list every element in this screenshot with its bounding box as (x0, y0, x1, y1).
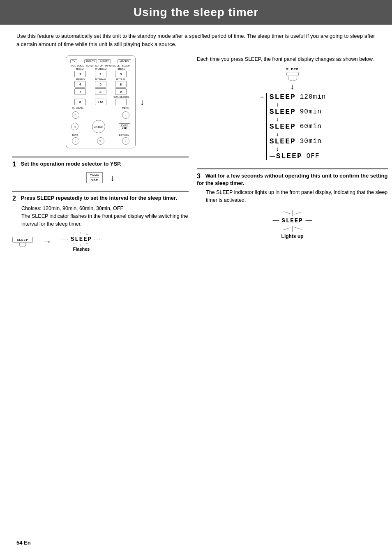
ray-tl: ╲ (283, 210, 290, 217)
sleep-sequence-box: → SLEEP 120min ↓ SLEEP 90min (259, 93, 326, 160)
inputmode-label: INPUTMODE (105, 65, 120, 67)
step1-number: 1 (12, 161, 16, 168)
flashes-text-row: ···· SLEEP ···· (62, 236, 101, 242)
sleep-indicator-diagram: ╲ | ╱ — SLEEP — ╱ | ╲ (197, 210, 388, 239)
mybeam-label: MY BEAM (95, 78, 106, 81)
seq-item-off: SLEEP OFF (276, 152, 320, 160)
seq-item-60: SLEEP 60min (270, 122, 326, 131)
page-num-suffix: En (24, 540, 31, 546)
return-circle: ○ (122, 137, 129, 145)
test-label: TEST (72, 134, 78, 136)
mysur-label: MY SUR. (116, 78, 126, 81)
indicator-top-rays: ╲ | ╱ (285, 210, 300, 216)
ysp-box: TV/AV YSP (86, 172, 103, 183)
sleep-seq-top-arrow: ↓ (291, 83, 294, 91)
remote-container: TV INPUT1 INPUT2 MACRO VOL MODE AUTO SET… (12, 55, 189, 148)
step2-number: 2 (12, 195, 16, 202)
step2-body2: The SLEEP indicator flashes in the front… (21, 212, 189, 228)
sleep-btn-handle (19, 243, 26, 247)
button-10: +10 (95, 99, 106, 105)
stereo-label: STEREO (75, 78, 85, 81)
3beam-label: 3BEAM (118, 68, 125, 70)
enter-button: ENTER (92, 120, 105, 133)
step2-body: Choices: 120min, 90min, 60min, 30min, OF… (21, 205, 189, 228)
ray-tr: ╱ (295, 210, 302, 217)
left-circle: ◁ (71, 123, 78, 130)
sur-decode-label: SUR. DECODE (70, 96, 131, 98)
seq-sleep-off: SLEEP (276, 152, 302, 160)
page-number: 54 En (16, 540, 31, 546)
seq-down-1: ↓ (276, 101, 326, 108)
seq-sleep-90: SLEEP (270, 108, 296, 116)
flashes-dots-left: ···· (62, 237, 69, 241)
step3-heading: Wait for a few seconds without operating… (197, 173, 387, 186)
seq-item-90: SLEEP 90min (270, 108, 326, 116)
step1-section: 1 Set the operation mode selector to YSP… (12, 157, 189, 183)
remote-row3: 7 8 9 (70, 88, 131, 95)
tv-av-box: TV/AV YSP (119, 123, 130, 130)
beam-labels: SBEAM ST+3BEAM 3BEAM (70, 68, 131, 70)
nav-area: △ ○ (70, 111, 131, 119)
button-5: 5 (95, 81, 106, 88)
sleep-btn-body (286, 72, 299, 76)
seq-items-col: SLEEP 120min ↓ SLEEP 90min ↓ SLEEP (266, 93, 326, 160)
flashes-dots-right: ···· (94, 237, 101, 241)
button-0: 0 (74, 99, 86, 105)
seq-item-120: SLEEP 120min (270, 93, 326, 101)
button-6: 6 (115, 81, 127, 88)
remote-tv-button: TV (70, 59, 78, 63)
seq-bracket-bottom (270, 156, 275, 157)
test-return-row: TEST RETURN (70, 134, 131, 136)
sleep-label: SLEEP (122, 65, 130, 67)
seq-entry-arrow: → (259, 94, 265, 100)
stereo-labels: STEREO MY BEAM MY SUR. (70, 78, 131, 81)
step3-body: The SLEEP indicator lights up in the fro… (206, 189, 388, 204)
ch-menu-row: CH LEVEL MENU (70, 106, 131, 110)
step3-number: 3 (197, 173, 201, 180)
step2-choices: Choices: 120min, 90min, 60min, 30min, OF… (21, 205, 189, 212)
page-header: Using the sleep timer (0, 0, 392, 25)
ch-level-label: CH LEVEL (72, 107, 84, 109)
button-9: 9 (115, 88, 127, 95)
bottom-circles: ○ ▽ ○ (70, 137, 131, 145)
flashes-sleep-text: SLEEP (71, 236, 92, 242)
ray-br: ╲ (295, 225, 302, 232)
left-column: TV INPUT1 INPUT2 MACRO VOL MODE AUTO SET… (12, 55, 189, 259)
seq-time-off: OFF (307, 152, 320, 160)
enter-area: ◁ ENTER TV/AV YSP (70, 120, 131, 133)
return-label: RETURN (119, 134, 129, 136)
right-desc: Each time you press SLEEP, the front pan… (197, 55, 388, 63)
main-content: TV INPUT1 INPUT2 MACRO VOL MODE AUTO SET… (0, 55, 392, 259)
button-7: 7 (74, 88, 86, 95)
menu-label: MENU (122, 107, 129, 109)
indicator-middle-row: — SLEEP — (273, 217, 312, 224)
indicator-bottom-rays: ╱ | ╲ (285, 225, 300, 232)
seq-arrow-col: → (259, 93, 265, 160)
seq-sleep-30: SLEEP (270, 137, 296, 145)
step3-body-text: The SLEEP indicator lights up in the fro… (206, 189, 388, 204)
remote-top-buttons: TV INPUT1 INPUT2 MACRO (70, 59, 131, 63)
sleep-btn-top-label: SLEEP (286, 67, 299, 71)
step2-section: 2 Press SLEEP repeatedly to set the inte… (12, 191, 189, 252)
right-sleep-btn: SLEEP (286, 67, 299, 81)
flashes-dots-top: ∵ ⋮ ∴ (73, 232, 90, 236)
button-blank (115, 99, 127, 105)
seq-item-off-row: SLEEP OFF (270, 152, 326, 160)
seq-time-60: 60min (300, 123, 322, 130)
setup-label: SETUP (95, 65, 103, 67)
button-3: 3 (115, 71, 127, 77)
ysp-down-arrow: ↓ (110, 173, 115, 183)
down-circle: ▽ (97, 137, 104, 145)
seq-down-4: ↓ (276, 145, 326, 152)
step2-header: 2 Press SLEEP repeatedly to set the inte… (12, 195, 189, 202)
seq-down-2: ↓ (276, 116, 326, 122)
remote-input2-button: INPUT2 (98, 59, 111, 63)
indicator-sleep-text: SLEEP (282, 217, 303, 224)
page: Using the sleep timer Use this feature t… (0, 0, 392, 554)
button-8: 8 (95, 88, 106, 95)
flashes-dots-bottom: ∴ ⋮ ∵ (73, 242, 90, 247)
ray-b: | (292, 225, 293, 232)
step1-header: 1 Set the operation mode selector to YSP… (12, 161, 189, 168)
remote-row2: 4 5 6 (70, 81, 131, 88)
test-circle: ○ (72, 137, 79, 145)
